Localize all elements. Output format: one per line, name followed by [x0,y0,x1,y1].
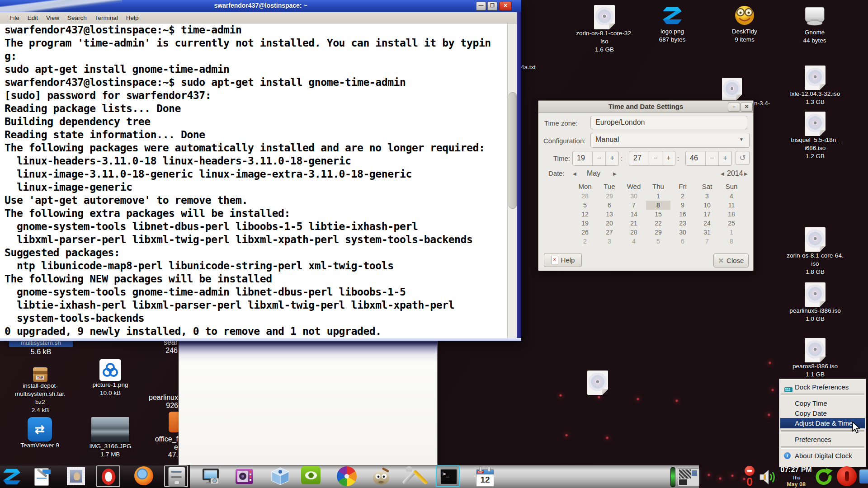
calendar-day[interactable]: 6 [670,237,695,246]
desktop-icon-zorin64-iso[interactable]: zorin-os-8.1-core-64. iso 1.8 GB [781,227,849,276]
calendar-day[interactable]: 2 [670,192,695,201]
desktop-icon-lxle-iso[interactable]: lxle-12.04.3-32.iso 1.3 GB [781,66,849,106]
prev-month-button[interactable]: ◀ [573,171,576,176]
calendar-day[interactable]: 30 [622,192,646,201]
minutes-decrement-button[interactable]: − [649,151,662,165]
minimize-button[interactable]: — [476,2,486,10]
minutes-value[interactable]: 27 [629,151,649,165]
terminal-output[interactable]: swarfendor437@lostinspace:~$ time-adminT… [0,23,507,338]
text-editor-launcher[interactable] [33,466,53,487]
seconds-value[interactable]: 46 [686,151,705,165]
calendar-day[interactable]: 29 [597,192,622,201]
minutes-increment-button[interactable]: + [662,151,675,165]
calendar-day[interactable]: 9 [670,201,695,210]
desktop-icon-teamviewer[interactable]: ⇄ TeamViewer 9 [14,417,66,450]
calendar-day[interactable]: 7 [695,237,719,246]
screen-thumbnail[interactable] [678,468,699,486]
calendar-day[interactable]: 11 [719,201,744,210]
file-cabinet-launcher[interactable] [167,466,187,487]
calendar-day[interactable]: 25 [719,219,744,228]
calendar-day[interactable]: 18 [719,210,744,219]
terminal-menu-help[interactable]: Help [122,14,143,22]
calendar-day[interactable]: 28 [573,192,597,201]
terminal-launcher-active[interactable]: >_ [439,466,459,487]
calendar-day[interactable]: 1 [719,228,744,237]
terminal-window[interactable]: swarfendor437@lostinspace: ~ — ❐ ✕ FileE… [0,0,521,341]
calendar-day[interactable]: 24 [695,219,719,228]
desktop-icon-install-depot-archive[interactable]: TAR install-depot- multisystem.sh.tar. b… [4,367,77,414]
hours-value[interactable]: 19 [573,151,592,165]
time-date-settings-dialog[interactable]: Time and Date Settings – ✕ Time zone: Eu… [538,100,754,271]
calendar-day[interactable]: 2 [573,237,597,246]
dialog-titlebar[interactable]: Time and Date Settings – ✕ [538,101,753,113]
menu-item-copy-date[interactable]: Copy Date [780,408,865,418]
calendar-day[interactable]: 7 [622,201,646,210]
nvidia-settings-launcher[interactable] [301,466,321,487]
zorin-start-menu-button[interactable] [1,466,22,487]
calendar-day[interactable]: 4 [622,237,646,246]
partial-desktop-label-4a-txt[interactable]: 4a.txt [521,64,536,70]
calendar-day[interactable]: 5 [573,201,597,210]
minutes-spinner[interactable]: 27 − + [629,151,675,166]
menu-item-preferences[interactable]: Preferences [780,434,865,445]
partial-desktop-icon-office[interactable] [169,412,179,432]
calendar-day[interactable]: 27 [597,228,622,237]
calendar-day[interactable]: 21 [622,219,646,228]
maximize-button[interactable]: ❐ [487,2,497,10]
show-desktop-button[interactable] [859,469,868,483]
menu-item-dock-preferences[interactable]: Dock Preferences [780,382,865,392]
mail-client-launcher[interactable] [66,466,86,487]
power-session-icon[interactable] [837,466,857,486]
dialog-minimize-button[interactable]: – [728,103,740,112]
firefox-launcher[interactable] [134,466,155,487]
calendar-day[interactable]: 16 [670,210,695,219]
calendar-day[interactable]: 8 [719,237,744,246]
gimp-launcher[interactable] [371,466,392,487]
calendar-day[interactable]: 30 [670,228,695,237]
calendar-day[interactable]: 14 [622,210,646,219]
terminal-menu-file[interactable]: File [5,14,24,22]
calendar-day-selected[interactable]: 8 [646,201,670,210]
dialog-close-action-button[interactable]: ✕ Close [713,253,749,267]
desktop-icon-gnome[interactable]: Gnome 44 bytes [791,6,838,45]
partial-desktop-icon-pearlinux-disc[interactable] [587,371,608,395]
terminal-menu-view[interactable]: View [42,14,63,22]
seconds-spinner[interactable]: 46 − + [685,151,732,166]
partial-desktop-label-n34[interactable]: n-3.4- [754,100,770,107]
menu-item-about-digital-clock[interactable]: i About Digital Clock [780,450,865,461]
calendar-day[interactable]: 1 [646,192,670,201]
seconds-decrement-button[interactable]: − [705,151,718,165]
calendar-day[interactable]: 31 [695,228,719,237]
calendar-day[interactable]: 23 [670,219,695,228]
next-month-button[interactable]: ▶ [613,171,617,176]
volume-icon[interactable] [759,469,778,488]
prev-year-button[interactable]: ◀ [721,171,724,176]
configuration-dropdown[interactable]: Manual ▼ [590,133,750,148]
desktop-icon-picture1-png[interactable]: picture-1.png 10.0 kB [84,359,137,397]
calendar-day[interactable]: 26 [573,228,597,237]
calendar-day[interactable]: 10 [695,201,719,210]
desktop-icon-desktidy[interactable]: DeskTidy 9 items [720,5,769,44]
virtualbox-launcher[interactable] [270,466,291,487]
calendar-day[interactable]: 12 [573,210,597,219]
calendar-day[interactable]: 17 [695,210,719,219]
terminal-titlebar[interactable]: swarfendor437@lostinspace: ~ — ❐ ✕ [0,0,521,12]
opera-launcher[interactable] [98,466,118,487]
terminal-menu-terminal[interactable]: Terminal [91,14,122,22]
desktop-icon-pearlinux5-iso[interactable]: pearlinux5-i386.iso 1.0 GB [781,282,849,323]
scrollbar-thumb[interactable] [509,92,517,209]
partial-desktop-icon-disc[interactable] [722,78,742,100]
calendar-day[interactable]: 5 [646,237,670,246]
next-year-button[interactable]: ▶ [744,171,748,176]
calendar-day[interactable]: 3 [597,237,622,246]
calendar-day[interactable]: 6 [597,201,622,210]
desktop-icon-img3166-jpg[interactable]: IMG_3166.JPG 1.7 MB [84,417,137,459]
terminal-menu-edit[interactable]: Edit [24,14,42,22]
tray-blocker-icon[interactable] [745,466,755,476]
desktop-icon-trisquel-iso[interactable]: trisquel_5.5-i18n_ i686.iso 1.2 GB [781,112,849,160]
calendar-day[interactable]: 29 [646,228,670,237]
media-app-launcher[interactable] [234,466,255,487]
photo-wheel-launcher[interactable] [337,466,357,487]
desktop-icon-logo-png[interactable]: logo.png 687 bytes [647,6,697,44]
sync-time-button[interactable]: ↺ [736,151,750,165]
